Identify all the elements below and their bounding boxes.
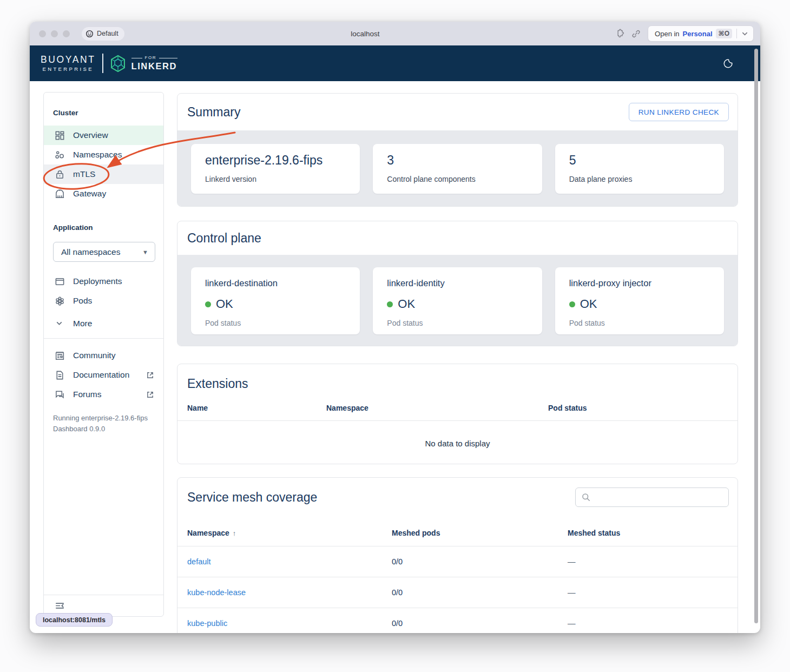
column-header-meshed-status[interactable]: Meshed status (568, 529, 738, 537)
app-header: BUOYANT ENTERPRISE FOR LINKERD (30, 45, 760, 81)
run-linkerd-check-button[interactable]: RUN LINKERD CHECK (629, 103, 729, 121)
sidebar-item-overview[interactable]: Overview (44, 126, 163, 145)
open-in-profile-button[interactable]: Open in Personal ⌘O (648, 25, 754, 42)
namespaces-bubbles-icon (55, 150, 65, 160)
column-header-namespace: Namespace (326, 404, 548, 412)
divider (44, 338, 163, 339)
sidebar-item-more[interactable]: More (44, 314, 163, 333)
control-plane-cards-band: linkerd-destination OK Pod status linker… (177, 255, 738, 346)
coverage-search-input[interactable] (595, 493, 723, 502)
dark-mode-toggle[interactable] (718, 54, 738, 73)
extensions-title: Extensions (187, 377, 248, 391)
external-link-icon (146, 371, 154, 379)
metric-value: enterprise-2.19.6-fips (205, 153, 346, 168)
pods-icon (55, 296, 65, 306)
column-header-namespace[interactable]: Namespace ↑ (187, 529, 392, 537)
browser-toolbar: Default localhost Open in (30, 22, 760, 45)
status-text: OK (216, 297, 233, 311)
decorative-line (159, 58, 177, 58)
sidebar-item-label: Pods (73, 296, 92, 306)
namespace-link[interactable]: kube-node-lease (187, 588, 392, 597)
browser-window: Default localhost Open in (30, 22, 760, 633)
linkerd-hexagon-icon (110, 55, 126, 73)
metric-label: Data plane proxies (569, 175, 710, 183)
namespace-select-value: All namespaces (61, 247, 120, 257)
page-scrollbar[interactable] (754, 49, 758, 623)
open-in-shortcut: ⌘O (716, 29, 732, 38)
sidebar-item-namespaces[interactable]: Namespaces (44, 145, 163, 164)
running-version: Running enterprise-2.19.6-fips (53, 413, 156, 424)
community-icon (55, 351, 65, 361)
status-caption: Pod status (205, 319, 346, 327)
for-label: FOR (145, 56, 157, 60)
sidebar-section-application: Application (53, 223, 163, 232)
desktop-background: Default localhost Open in (0, 0, 790, 672)
status-caption: Pod status (569, 319, 710, 327)
divider (736, 29, 737, 38)
column-header-name: Name (187, 404, 326, 412)
namespace-select[interactable]: All namespaces ▼ (53, 242, 155, 262)
sidebar-item-label: Namespaces (73, 150, 122, 160)
linkerd-destination-card: linkerd-destination OK Pod status (191, 267, 360, 334)
sidebar-item-community[interactable]: Community (44, 346, 163, 365)
sidebar-item-label: Deployments (73, 276, 122, 286)
sidebar-item-forums[interactable]: Forums (44, 385, 163, 404)
coverage-title: Service mesh coverage (187, 490, 317, 505)
sidebar-item-pods[interactable]: Pods (44, 291, 163, 311)
meshed-pods-value: 0/0 (392, 588, 568, 597)
summary-title: Summary (187, 105, 240, 120)
extensions-puzzle-icon[interactable] (614, 29, 624, 39)
external-link-icon (146, 391, 154, 399)
service-mesh-coverage-section: Service mesh coverage Namespace ↑ Meshed… (177, 477, 738, 633)
sort-ascending-icon: ↑ (233, 529, 236, 537)
table-row: kube-public 0/0 — (177, 608, 738, 633)
status-caption: Pod status (387, 319, 528, 327)
control-plane-title: Control plane (187, 231, 261, 246)
address-bar[interactable]: localhost (30, 30, 701, 38)
sidebar-item-label: Gateway (73, 189, 106, 199)
component-name: linkerd-identity (387, 278, 528, 288)
link-preview-status-bar: localhost:8081/mtls (36, 613, 113, 627)
sidebar-item-deployments[interactable]: Deployments (44, 272, 163, 291)
column-header-meshed-pods[interactable]: Meshed pods (392, 529, 568, 537)
link-icon[interactable] (631, 29, 641, 39)
summary-cards-band: enterprise-2.19.6-fips Linkerd version 3… (177, 130, 738, 207)
empty-table-message: No data to display (177, 421, 738, 448)
extensions-section: Extensions Name Namespace Pod status No … (177, 364, 738, 464)
metric-value: 3 (387, 153, 528, 168)
sidebar-item-documentation[interactable]: Documentation (44, 365, 163, 385)
control-plane-components-card: 3 Control plane components (373, 144, 542, 194)
status-ok-dot (205, 301, 211, 307)
namespace-link[interactable]: default (187, 557, 392, 566)
coverage-search-box[interactable] (575, 487, 729, 507)
status-text: OK (580, 297, 597, 311)
decorative-line (131, 58, 142, 58)
dashboard-version: Dashboard 0.9.0 (53, 424, 156, 434)
status-text: OK (398, 297, 415, 311)
sidebar-item-mtls[interactable]: mTLS (44, 164, 163, 184)
moon-icon (722, 58, 734, 69)
buoyant-linkerd-logo: BUOYANT ENTERPRISE FOR LINKERD (41, 54, 177, 73)
product-name: LINKERD (131, 62, 178, 71)
collapse-sidebar-button[interactable] (55, 601, 65, 611)
column-label: Namespace (187, 529, 229, 537)
chevron-down-icon[interactable] (741, 30, 748, 37)
meshed-status-value: — (568, 588, 738, 597)
component-name: linkerd-destination (205, 278, 346, 288)
document-icon (55, 370, 65, 380)
meshed-pods-value: 0/0 (392, 619, 568, 628)
chevron-down-icon: ▼ (142, 249, 148, 255)
sidebar-item-gateway[interactable]: Gateway (44, 184, 163, 203)
namespace-link[interactable]: kube-public (187, 619, 392, 628)
sidebar-item-label: mTLS (73, 169, 95, 179)
linkerd-version-card: enterprise-2.19.6-fips Linkerd version (191, 144, 360, 194)
status-ok-dot (387, 301, 393, 307)
linkerd-identity-card: linkerd-identity OK Pod status (373, 267, 542, 334)
search-icon (581, 492, 591, 502)
sidebar-section-cluster: Cluster (53, 93, 163, 117)
dashboard-grid-icon (55, 130, 65, 141)
sidebar-item-label: Documentation (73, 370, 129, 380)
metric-label: Linkerd version (205, 175, 346, 183)
summary-section: Summary RUN LINKERD CHECK enterprise-2.1… (177, 93, 738, 207)
sidebar-item-label: More (73, 319, 92, 328)
